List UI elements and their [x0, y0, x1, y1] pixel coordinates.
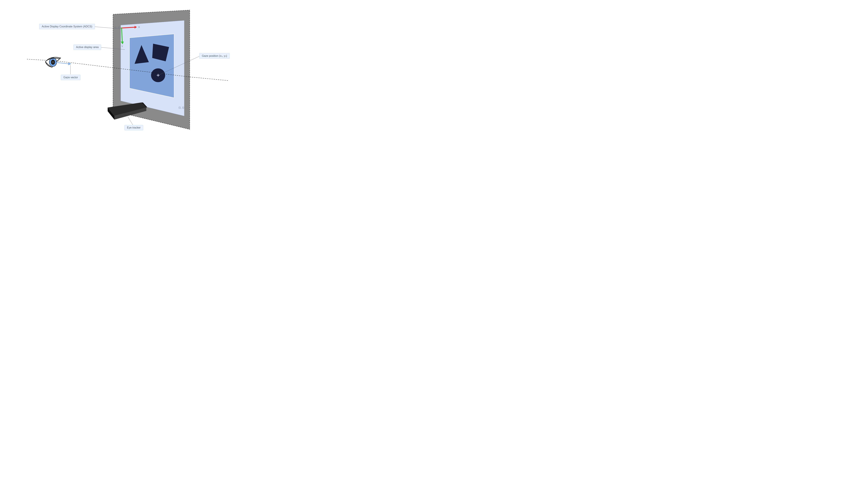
content-area: [130, 34, 174, 98]
leader-eye-tracker: [128, 117, 133, 125]
label-eye-tracker: Eye tracker: [124, 125, 143, 130]
gaze-line-left: [27, 59, 49, 60]
label-adcs: Active Display Coordinate System (ADCS): [39, 24, 95, 29]
svg-line-12: [56, 62, 69, 64]
y-axis-label: Y: [121, 45, 123, 48]
origin-coord: (0, 0): [114, 26, 120, 29]
label-gaze-position: Gaze position (x₁, y₁): [199, 53, 229, 59]
gaze-vector-arrow: [56, 62, 71, 65]
x-axis-label: X: [138, 26, 140, 29]
diagram-canvas: [0, 0, 248, 140]
label-gaze-vector: Gaze vector: [61, 75, 81, 80]
label-active-display-area: Active display area: [73, 44, 101, 50]
eye-icon: [46, 57, 61, 67]
gaze-line-past-monitor: [190, 77, 229, 80]
svg-marker-13: [68, 62, 71, 65]
end-coord: (1, 1): [178, 106, 184, 109]
